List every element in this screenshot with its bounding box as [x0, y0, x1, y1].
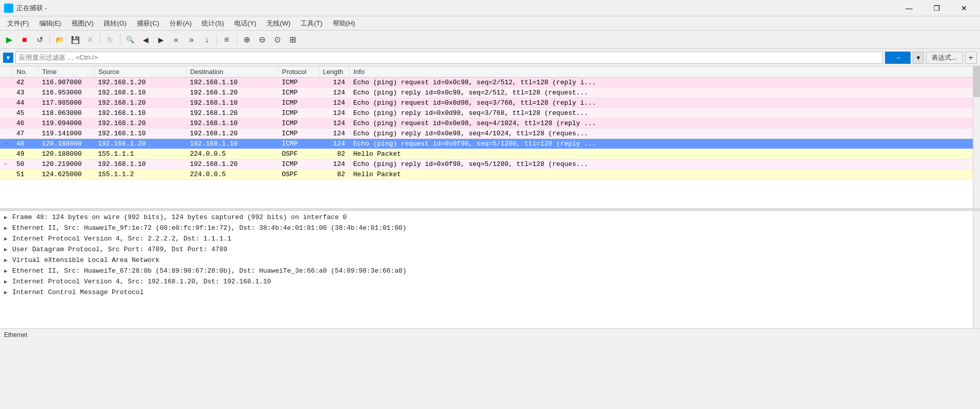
- cell-source: 192.168.1.20: [94, 118, 186, 129]
- detail-text: User Datagram Protocol, Src Port: 4789, …: [12, 246, 227, 253]
- menu-item-jump[interactable]: 跳转(G): [99, 17, 132, 30]
- cell-destination: 224.0.0.5: [186, 149, 278, 159]
- menu-item-phone[interactable]: 电话(Y): [229, 17, 261, 30]
- detail-row-eth2[interactable]: ▶ Ethernet II, Src: HuaweiTe_67:28:0b (5…: [0, 266, 980, 276]
- cell-destination: 192.168.1.20: [186, 129, 278, 139]
- reload-button[interactable]: ↻: [103, 33, 117, 47]
- apply-filter-button[interactable]: →: [885, 52, 911, 64]
- open-button[interactable]: 📂: [53, 33, 67, 47]
- save-button[interactable]: 💾: [68, 33, 82, 47]
- col-no: No.: [12, 66, 38, 78]
- detail-text: Internet Protocol Version 4, Src: 2.2.2.…: [12, 235, 231, 243]
- menu-item-edit[interactable]: 编辑(E): [34, 17, 66, 30]
- cell-info: Echo (ping) request id=0x0f98, seq=5/128…: [349, 139, 980, 149]
- cell-protocol: ICMP: [278, 129, 318, 139]
- detail-row-vxlan[interactable]: ▶ Virtual eXtensible Local Area Network: [0, 255, 980, 266]
- restart-capture-button[interactable]: ↺: [33, 33, 47, 47]
- jump-prev-button[interactable]: «: [169, 33, 183, 47]
- minimize-button[interactable]: —: [897, 0, 921, 16]
- cell-length: 124: [318, 78, 349, 88]
- add-filter-button[interactable]: +: [965, 52, 977, 64]
- cell-arrow: [0, 88, 12, 98]
- resize-columns-button[interactable]: ⊞: [285, 33, 300, 47]
- toolbar: ▶ ■ ↺ 📂 💾 ✕ ↻ 🔍 ◀ ▶ « » ↓ ≡ ⊕ ⊖ ⊙ ⊞: [0, 31, 980, 49]
- maximize-button[interactable]: ❐: [925, 0, 948, 16]
- close-file-button[interactable]: ✕: [83, 33, 97, 47]
- sep1: [50, 34, 50, 45]
- col-length: Length: [318, 66, 349, 78]
- col-source: Source: [94, 66, 186, 78]
- table-row[interactable]: 45118.063000192.168.1.10192.168.1.20ICMP…: [0, 108, 980, 118]
- cell-protocol: ICMP: [278, 78, 318, 88]
- detail-row-icmp[interactable]: ▶ Internet Control Message Protocol: [0, 287, 980, 298]
- packet-table: No. Time Source Destination Protocol Len…: [0, 66, 980, 180]
- menu-item-capture[interactable]: 捕获(C): [132, 17, 164, 30]
- table-row[interactable]: 46119.094000192.168.1.20192.168.1.10ICMP…: [0, 118, 980, 129]
- list-scrollbar[interactable]: [973, 66, 980, 208]
- cell-protocol: ICMP: [278, 139, 318, 149]
- next-button[interactable]: ▶: [154, 33, 168, 47]
- zoom-in-button[interactable]: ⊕: [239, 33, 254, 47]
- cell-arrow: ←: [0, 159, 12, 170]
- colorize-button[interactable]: ≡: [219, 33, 234, 47]
- cell-no: 48: [12, 139, 38, 149]
- find-button[interactable]: 🔍: [123, 33, 137, 47]
- detail-scrollbar[interactable]: [973, 211, 980, 328]
- table-row[interactable]: ←50120.219000192.168.1.10192.168.1.20ICM…: [0, 159, 980, 170]
- start-capture-button[interactable]: ▶: [2, 33, 16, 47]
- detail-row-ethernet[interactable]: ▶ Ethernet II, Src: HuaweiTe_9f:1e:72 (0…: [0, 223, 980, 233]
- detail-row-ip2[interactable]: ▶ Internet Protocol Version 4, Src: 192.…: [0, 276, 980, 287]
- cell-no: 46: [12, 118, 38, 129]
- sep3: [120, 34, 120, 45]
- table-row[interactable]: 51124.625000155.1.1.2224.0.0.5OSPF82Hell…: [0, 170, 980, 180]
- cell-protocol: ICMP: [278, 88, 318, 98]
- menu-item-stats[interactable]: 统计(S): [197, 17, 229, 30]
- col-time: Time: [38, 66, 94, 78]
- cell-time: 116.907000: [38, 78, 94, 88]
- scroll-down-button[interactable]: ↓: [200, 33, 214, 47]
- cell-length: 124: [318, 139, 349, 149]
- zoom-out-button[interactable]: ⊖: [255, 33, 269, 47]
- menu-item-tools[interactable]: 工具(T): [296, 17, 328, 30]
- table-row[interactable]: 44117.985000192.168.1.20192.168.1.10ICMP…: [0, 98, 980, 108]
- table-header: No. Time Source Destination Protocol Len…: [0, 66, 980, 78]
- cell-arrow: [0, 129, 12, 139]
- menu-item-file[interactable]: 文件(F): [2, 17, 34, 30]
- filter-dropdown-button[interactable]: ▼: [913, 52, 924, 64]
- cell-arrow: [0, 149, 12, 159]
- cell-destination: 192.168.1.20: [186, 108, 278, 118]
- stop-capture-button[interactable]: ■: [17, 33, 32, 47]
- expression-button[interactable]: 表达式...: [926, 52, 963, 64]
- cell-time: 120.188000: [38, 139, 94, 149]
- menu-item-analyze[interactable]: 分析(A): [164, 17, 197, 30]
- table-row[interactable]: 43116.953000192.168.1.10192.168.1.20ICMP…: [0, 88, 980, 98]
- col-protocol: Protocol: [278, 66, 318, 78]
- menu-item-help[interactable]: 帮助(H): [328, 17, 360, 30]
- cell-destination: 192.168.1.20: [186, 88, 278, 98]
- detail-row-udp[interactable]: ▶ User Datagram Protocol, Src Port: 4789…: [0, 244, 980, 255]
- prev-button[interactable]: ◀: [138, 33, 153, 47]
- table-row[interactable]: →48120.188000192.168.1.20192.168.1.10ICM…: [0, 139, 980, 149]
- menu-item-wireless[interactable]: 无线(W): [261, 17, 296, 30]
- menu-bar: 文件(F)编辑(E)视图(V)跳转(G)捕获(C)分析(A)统计(S)电话(Y)…: [0, 16, 980, 31]
- table-row[interactable]: 42116.907000192.168.1.20192.168.1.10ICMP…: [0, 78, 980, 88]
- zoom-reset-button[interactable]: ⊙: [270, 33, 284, 47]
- jump-next-button[interactable]: »: [184, 33, 199, 47]
- cell-length: 82: [318, 149, 349, 159]
- col-arrow: [0, 66, 12, 78]
- table-row[interactable]: 49120.188000155.1.1.1224.0.0.5OSPF82Hell…: [0, 149, 980, 159]
- detail-row-ip[interactable]: ▶ Internet Protocol Version 4, Src: 2.2.…: [0, 233, 980, 244]
- expand-icon: ▶: [4, 278, 12, 285]
- cell-time: 119.094000: [38, 118, 94, 129]
- expand-icon: ▶: [4, 214, 12, 221]
- filter-bar: ▼ → ▼ 表达式... +: [0, 49, 980, 66]
- list-scrollbar-thumb[interactable]: [973, 66, 980, 97]
- cell-arrow: [0, 78, 12, 88]
- menu-item-view[interactable]: 视图(V): [66, 17, 99, 30]
- table-row[interactable]: 47119.141000192.168.1.10192.168.1.20ICMP…: [0, 129, 980, 139]
- detail-text: Internet Protocol Version 4, Src: 192.16…: [12, 278, 271, 285]
- close-button[interactable]: ✕: [952, 0, 976, 16]
- cell-info: Hello Packet: [349, 149, 980, 159]
- detail-row-frame[interactable]: ▶ Frame 48: 124 bytes on wire (992 bits)…: [0, 212, 980, 223]
- filter-input[interactable]: [15, 52, 883, 64]
